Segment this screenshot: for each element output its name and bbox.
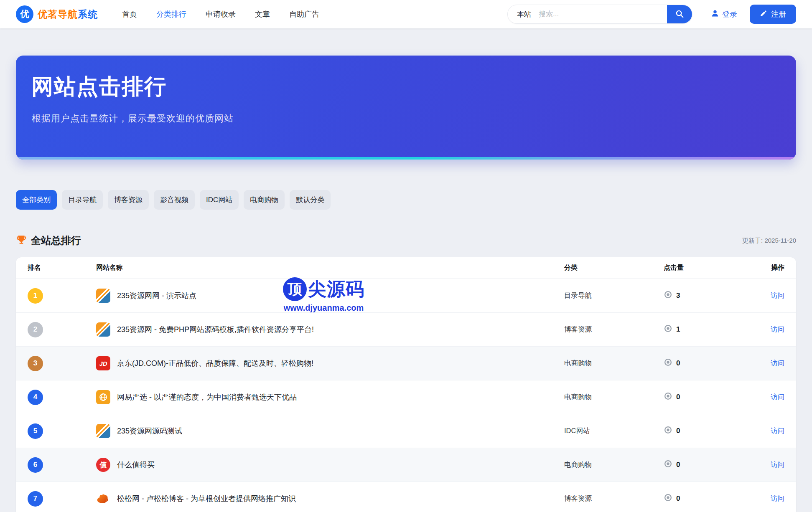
- table-row: 2235资源网 - 免费PHP网站源码模板,插件软件资源分享平台!博客资源1访问: [16, 313, 796, 347]
- search-scope-select[interactable]: 本站: [508, 10, 539, 19]
- site-category: 目录导航: [564, 291, 664, 300]
- nav-item-0[interactable]: 首页: [122, 9, 137, 19]
- site-category: 电商购物: [564, 393, 664, 402]
- site-category: 电商购物: [564, 460, 664, 469]
- nav-item-3[interactable]: 文章: [255, 9, 270, 19]
- visit-link[interactable]: 访问: [771, 359, 784, 367]
- section-title: 全站总排行: [31, 234, 81, 247]
- site-category: IDC网站: [564, 426, 664, 436]
- zhi-icon: 值: [96, 458, 110, 472]
- rank-badge: 4: [28, 390, 43, 405]
- nav-item-4[interactable]: 自助广告: [289, 9, 319, 19]
- click-count: 0: [664, 459, 735, 470]
- site-logo[interactable]: 优 优茗导航系统: [16, 5, 98, 23]
- eye-icon: [664, 459, 672, 470]
- rank-badge: 6: [28, 457, 43, 473]
- site-title-link[interactable]: 235资源网源码测试: [117, 426, 182, 436]
- col-clicks: 点击量: [664, 264, 735, 272]
- table-row: 3JD京东(JD.COM)-正品低价、品质保障、配送及时、轻松购物!电商购物0访…: [16, 347, 796, 380]
- z-stripes-icon: [96, 289, 110, 303]
- site-title-link[interactable]: 235资源网网 - 演示站点: [117, 291, 196, 301]
- table-row: 6值什么值得买电商购物0访问: [16, 448, 796, 482]
- updated-timestamp: 更新于: 2025-11-20: [742, 237, 796, 245]
- search-button[interactable]: [667, 5, 692, 24]
- eye-icon: [664, 493, 672, 504]
- main-nav: 首页分类排行申请收录文章自助广告: [122, 9, 319, 19]
- click-count: 0: [664, 426, 735, 436]
- col-site-name: 网站名称: [96, 264, 564, 272]
- watermark-brand-text: 尖源码: [308, 277, 364, 302]
- table-row: 4网易严选 - 以严谨的态度，为中国消费者甄选天下优品电商购物0访问: [16, 380, 796, 414]
- eye-icon: [664, 358, 672, 369]
- category-filters: 全部类别目录导航博客资源影音视频IDC网站电商购物默认分类: [16, 190, 796, 210]
- filter-chip-2[interactable]: 博客资源: [108, 190, 149, 210]
- pencil-icon: [760, 10, 767, 19]
- nav-item-2[interactable]: 申请收录: [206, 9, 236, 19]
- nav-item-1[interactable]: 分类排行: [156, 9, 186, 19]
- watermark-logo-icon: 顶: [283, 277, 307, 301]
- site-category: 电商购物: [564, 359, 664, 368]
- ranking-section-head: 全站总排行 更新于: 2025-11-20: [16, 234, 796, 247]
- watermark: 顶 尖源码 www.djyuanma.com: [283, 277, 364, 313]
- col-category: 分类: [564, 264, 664, 272]
- ranking-table: 排名 网站名称 分类 点击量 操作 1235资源网网 - 演示站点目录导航3访问…: [16, 257, 796, 512]
- watermark-url: www.djyuanma.com: [284, 303, 364, 313]
- table-body: 1235资源网网 - 演示站点目录导航3访问2235资源网 - 免费PHP网站源…: [16, 279, 796, 512]
- hero-banner: 网站点击排行 根据用户点击量统计，展示最受欢迎的优质网站: [16, 56, 796, 160]
- globe-icon: [96, 390, 110, 404]
- filter-chip-0[interactable]: 全部类别: [16, 190, 57, 210]
- table-row: 5235资源网源码测试IDC网站0访问: [16, 414, 796, 448]
- filter-chip-6[interactable]: 默认分类: [290, 190, 331, 210]
- click-count: 0: [664, 493, 735, 504]
- logo-icon: 优: [16, 5, 33, 23]
- rank-badge: 7: [28, 491, 43, 507]
- table-row: 1235资源网网 - 演示站点目录导航3访问: [16, 279, 796, 313]
- visit-link[interactable]: 访问: [771, 427, 784, 434]
- visit-link[interactable]: 访问: [771, 494, 784, 502]
- site-category: 博客资源: [564, 494, 664, 503]
- table-header-row: 排名 网站名称 分类 点击量 操作: [16, 257, 796, 279]
- visit-link[interactable]: 访问: [771, 393, 784, 400]
- top-navbar: 优 优茗导航系统 首页分类排行申请收录文章自助广告 本站 登录: [0, 0, 812, 28]
- site-title-link[interactable]: 235资源网 - 免费PHP网站源码模板,插件软件资源分享平台!: [117, 324, 314, 335]
- page-subtitle: 根据用户点击量统计，展示最受欢迎的优质网站: [32, 112, 796, 125]
- search-bar: 本站: [507, 5, 692, 24]
- squirrel-icon: [96, 492, 110, 506]
- click-count: 0: [664, 358, 735, 369]
- eye-icon: [664, 392, 672, 403]
- hero-gradient-underline: [16, 157, 796, 160]
- visit-link[interactable]: 访问: [771, 461, 784, 468]
- filter-chip-1[interactable]: 目录导航: [62, 190, 103, 210]
- page-title: 网站点击排行: [31, 72, 796, 101]
- jd-icon: JD: [96, 356, 110, 370]
- click-count: 1: [664, 324, 735, 335]
- click-count: 3: [664, 290, 735, 301]
- rank-badge: 3: [28, 356, 43, 371]
- col-rank: 排名: [28, 264, 96, 272]
- visit-link[interactable]: 访问: [771, 291, 784, 299]
- z-stripes-icon: [96, 424, 110, 438]
- eye-icon: [664, 324, 672, 335]
- site-category: 博客资源: [564, 325, 664, 334]
- site-title-link[interactable]: 京东(JD.COM)-正品低价、品质保障、配送及时、轻松购物!: [117, 358, 313, 368]
- filter-chip-5[interactable]: 电商购物: [244, 190, 285, 210]
- login-link[interactable]: 登录: [711, 9, 737, 20]
- search-icon: [675, 9, 684, 20]
- rank-badge: 1: [28, 288, 43, 304]
- site-title-link[interactable]: 什么值得买: [117, 460, 155, 470]
- register-button[interactable]: 注册: [750, 5, 796, 24]
- search-input[interactable]: [539, 10, 667, 18]
- filter-chip-4[interactable]: IDC网站: [200, 190, 239, 210]
- visit-link[interactable]: 访问: [771, 325, 784, 333]
- col-action: 操作: [735, 264, 784, 272]
- rank-badge: 2: [28, 322, 43, 337]
- site-title-link[interactable]: 松松网 - 卢松松博客 - 为草根创业者提供网络推广知识: [117, 494, 296, 504]
- site-title-link[interactable]: 网易严选 - 以严谨的态度，为中国消费者甄选天下优品: [117, 392, 297, 402]
- trophy-icon: [16, 234, 27, 247]
- click-count: 0: [664, 392, 735, 403]
- brand-name: 优茗导航系统: [38, 8, 98, 21]
- eye-icon: [664, 426, 672, 436]
- filter-chip-3[interactable]: 影音视频: [154, 190, 195, 210]
- table-row: 7松松网 - 卢松松博客 - 为草根创业者提供网络推广知识博客资源0访问: [16, 482, 796, 512]
- eye-icon: [664, 290, 672, 301]
